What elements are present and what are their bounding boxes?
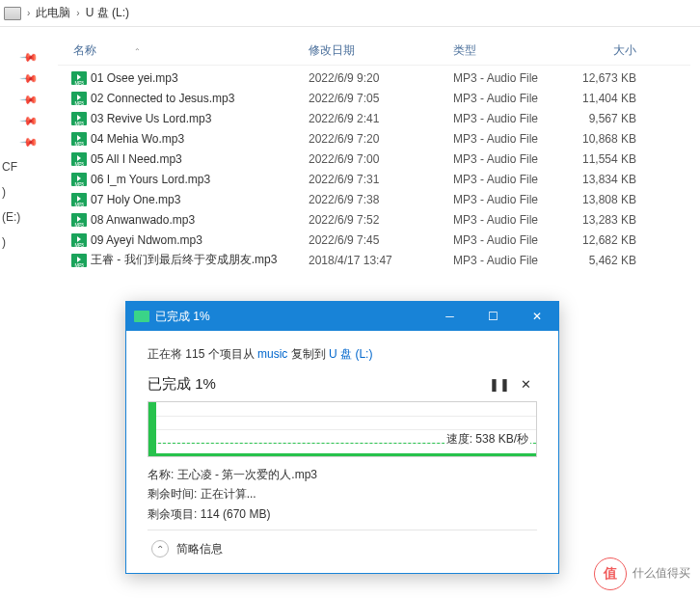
file-size: 13,808 KB xyxy=(569,193,646,206)
file-date: 2022/6/9 7:52 xyxy=(309,213,453,227)
file-row[interactable]: 02 Connected to Jesus.mp32022/6/9 7:05MP… xyxy=(58,88,690,108)
remaining-time: 正在计算... xyxy=(201,487,256,501)
file-size: 11,404 KB xyxy=(569,92,646,105)
remaining-items: 114 (670 MB) xyxy=(201,507,271,521)
file-row[interactable]: 03 Revive Us Lord.mp32022/6/9 2:41MP3 - … xyxy=(58,108,690,128)
cancel-button[interactable]: ✕ xyxy=(514,372,537,395)
file-type: MP3 - Audio File xyxy=(453,233,569,247)
pin-icon: 📌 xyxy=(19,132,40,152)
copy-dialog: 已完成 1% ─ ☐ ✕ 正在将 115 个项目从 music 复制到 U 盘 … xyxy=(125,301,559,574)
progress-bar xyxy=(148,453,536,456)
file-size: 13,283 KB xyxy=(569,213,646,227)
file-name: 06 I_m Yours Lord.mp3 xyxy=(91,173,210,186)
column-header-size[interactable]: 大小 xyxy=(569,42,646,59)
dialog-titlebar[interactable]: 已完成 1% ─ ☐ ✕ xyxy=(126,302,558,331)
dialog-title: 已完成 1% xyxy=(155,309,428,325)
speed-graph: 速度: 538 KB/秒 xyxy=(148,401,537,457)
maximize-button[interactable]: ☐ xyxy=(471,302,515,331)
file-row[interactable]: 王睿 - 我们到最后终于变成朋友.mp32018/4/17 13:47MP3 -… xyxy=(58,250,690,270)
mp3-file-icon xyxy=(71,193,87,206)
file-date: 2022/6/9 7:31 xyxy=(309,173,453,186)
file-date: 2022/6/9 9:20 xyxy=(309,71,453,85)
detail-label: 名称: xyxy=(148,468,177,481)
file-row[interactable]: 08 Anwanwado.mp32022/6/9 7:52MP3 - Audio… xyxy=(58,209,690,230)
progress-percent: 已完成 1% xyxy=(148,375,216,394)
column-header-name[interactable]: 名称 ⌃ xyxy=(58,42,309,59)
footer-label: 简略信息 xyxy=(176,541,223,557)
file-date: 2022/6/9 2:41 xyxy=(309,112,453,125)
mp3-file-icon xyxy=(71,254,87,267)
destination-link[interactable]: U 盘 (L:) xyxy=(329,347,372,361)
file-row[interactable]: 04 Mehia Wo.mp32022/6/9 7:20MP3 - Audio … xyxy=(58,128,690,149)
file-row[interactable]: 07 Holy One.mp32022/6/9 7:38MP3 - Audio … xyxy=(58,189,690,209)
mp3-file-icon xyxy=(71,132,87,146)
file-size: 5,462 KB xyxy=(569,254,646,267)
file-row[interactable]: 06 I_m Yours Lord.mp32022/6/9 7:31MP3 - … xyxy=(58,169,690,189)
file-type: MP3 - Audio File xyxy=(453,254,569,267)
file-name: 04 Mehia Wo.mp3 xyxy=(91,132,184,146)
watermark: 值 什么值得买 xyxy=(594,557,690,590)
file-rows: 01 Osee yei.mp32022/6/9 9:20MP3 - Audio … xyxy=(58,68,690,270)
breadcrumb[interactable]: › 此电脑 › U 盘 (L:) xyxy=(0,0,700,27)
file-name: 09 Ayeyi Ndwom.mp3 xyxy=(91,233,202,247)
nav-label[interactable]: (E:) xyxy=(0,210,20,224)
mp3-file-icon xyxy=(71,92,87,105)
nav-label[interactable]: ) xyxy=(0,185,6,199)
file-size: 10,868 KB xyxy=(569,132,646,146)
source-link[interactable]: music xyxy=(257,347,287,361)
text: 复制到 xyxy=(287,347,329,361)
text: 正在将 115 个项目从 xyxy=(148,347,257,361)
copy-progress-icon xyxy=(134,311,149,322)
chevron-up-icon: ⌃ xyxy=(151,540,169,557)
mp3-file-icon xyxy=(71,233,87,247)
speed-label: 速度: 538 KB/秒 xyxy=(444,431,530,448)
breadcrumb-item[interactable]: U 盘 (L:) xyxy=(86,5,129,21)
fewer-details-toggle[interactable]: ⌃ 简略信息 xyxy=(148,530,537,563)
detail-label: 剩余项目: xyxy=(148,507,201,521)
file-row[interactable]: 05 All I Need.mp32022/6/9 7:00MP3 - Audi… xyxy=(58,149,690,169)
breadcrumb-item[interactable]: 此电脑 xyxy=(36,5,70,21)
mp3-file-icon xyxy=(71,213,87,227)
mp3-file-icon xyxy=(71,152,87,166)
file-date: 2018/4/17 13:47 xyxy=(309,254,453,267)
file-size: 12,673 KB xyxy=(569,71,646,85)
file-name: 王睿 - 我们到最后终于变成朋友.mp3 xyxy=(91,252,277,268)
column-header-type[interactable]: 类型 xyxy=(453,42,569,59)
file-date: 2022/6/9 7:05 xyxy=(309,92,453,105)
pause-button[interactable]: ❚❚ xyxy=(488,372,511,395)
file-type: MP3 - Audio File xyxy=(453,173,569,186)
copy-details: 名称: 王心凌 - 第一次爱的人.mp3 剩余时间: 正在计算... 剩余项目:… xyxy=(148,465,537,524)
pin-icon: 📌 xyxy=(19,111,40,131)
chevron-right-icon: › xyxy=(27,8,30,18)
pin-icon: 📌 xyxy=(19,68,40,89)
file-size: 12,682 KB xyxy=(569,233,646,247)
nav-label[interactable]: CF xyxy=(0,160,17,174)
mp3-file-icon xyxy=(71,71,87,85)
speed-history-bar xyxy=(148,402,156,456)
file-row[interactable]: 09 Ayeyi Ndwom.mp32022/6/9 7:45MP3 - Aud… xyxy=(58,230,690,250)
column-header-date[interactable]: 修改日期 xyxy=(309,42,453,59)
watermark-logo-icon: 值 xyxy=(594,557,627,590)
current-file-name: 王心凌 - 第一次爱的人.mp3 xyxy=(177,468,317,481)
file-name: 01 Osee yei.mp3 xyxy=(91,71,178,85)
file-size: 13,834 KB xyxy=(569,173,646,186)
close-button[interactable]: ✕ xyxy=(515,302,558,331)
minimize-button[interactable]: ─ xyxy=(428,302,471,331)
file-date: 2022/6/9 7:38 xyxy=(309,193,453,206)
file-name: 02 Connected to Jesus.mp3 xyxy=(91,92,234,105)
file-type: MP3 - Audio File xyxy=(453,112,569,125)
file-type: MP3 - Audio File xyxy=(453,71,569,85)
copy-summary-line: 正在将 115 个项目从 music 复制到 U 盘 (L:) xyxy=(148,346,537,363)
file-type: MP3 - Audio File xyxy=(453,152,569,166)
watermark-text: 什么值得买 xyxy=(633,567,690,580)
file-name: 07 Holy One.mp3 xyxy=(91,193,180,206)
chevron-right-icon: › xyxy=(76,8,79,18)
mp3-file-icon xyxy=(71,112,87,125)
file-date: 2022/6/9 7:20 xyxy=(309,132,453,146)
file-date: 2022/6/9 7:00 xyxy=(309,152,453,166)
drive-icon xyxy=(4,7,21,20)
nav-label[interactable]: ) xyxy=(0,235,6,249)
file-type: MP3 - Audio File xyxy=(453,213,569,227)
file-row[interactable]: 01 Osee yei.mp32022/6/9 9:20MP3 - Audio … xyxy=(58,68,690,88)
file-type: MP3 - Audio File xyxy=(453,132,569,146)
